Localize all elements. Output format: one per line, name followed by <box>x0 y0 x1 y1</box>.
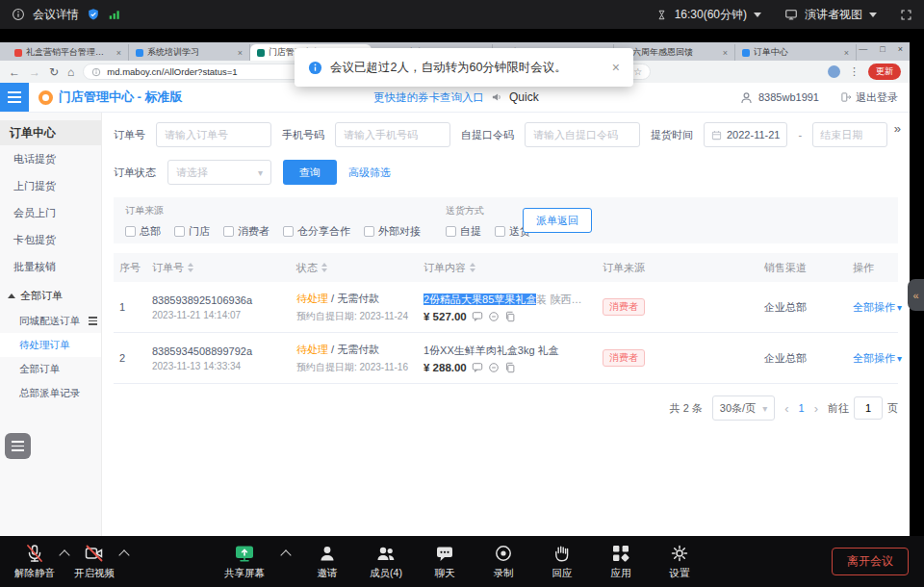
site-info-icon[interactable] <box>91 67 101 77</box>
sidebar-group-all-orders[interactable]: 全部订单 <box>0 282 101 309</box>
window-minimize-icon[interactable]: — <box>859 44 867 54</box>
checkbox[interactable] <box>125 226 136 237</box>
search-button[interactable]: 查询 <box>283 160 337 185</box>
status-select[interactable]: 请选择 ▾ <box>167 160 271 185</box>
checkbox[interactable] <box>174 226 185 237</box>
browser-tab[interactable]: 系统培训学习 × <box>129 44 250 61</box>
sidebar-subitem-city-delivery[interactable]: 同城配送订单 <box>0 309 101 333</box>
checkbox[interactable] <box>283 226 294 237</box>
checkbox[interactable] <box>446 226 456 237</box>
window-maximize-icon[interactable]: □ <box>880 44 885 54</box>
fullscreen-icon[interactable] <box>900 9 912 21</box>
delivery-option-selfpickup[interactable]: 自提 <box>446 224 481 239</box>
sidebar-item-door-pickup[interactable]: 上门提货 <box>0 172 101 199</box>
floating-menu-button[interactable] <box>5 433 31 459</box>
sidebar-item-phone-pickup[interactable]: 电话提货 <box>0 145 101 172</box>
reactions-button[interactable]: 回应 <box>541 543 583 580</box>
timer-caret-icon[interactable] <box>754 13 761 17</box>
back-icon[interactable]: ← <box>9 65 20 79</box>
chat-button[interactable]: 聊天 <box>424 543 466 580</box>
goto-page-input[interactable] <box>854 396 883 420</box>
sort-icon[interactable] <box>321 263 327 272</box>
collapse-panel-icon[interactable]: » <box>894 121 901 136</box>
order-no-input[interactable] <box>156 122 271 147</box>
browser-tab[interactable]: 礼盒营销平台管理中心 × <box>8 44 129 61</box>
mute-options-caret[interactable] <box>59 549 69 560</box>
dispatch-return-button[interactable]: 派单返回 <box>523 208 592 233</box>
browser-tab[interactable]: 订单中心 × <box>735 44 857 61</box>
all-actions-dropdown[interactable]: 全部操作▾ <box>853 352 902 364</box>
coupon-icon[interactable] <box>488 362 500 373</box>
phone-input[interactable] <box>335 122 450 147</box>
pickup-code-input[interactable] <box>525 122 640 147</box>
sort-icon[interactable] <box>188 263 193 272</box>
sidebar-item-card-pickup[interactable]: 卡包提货 <box>0 226 101 253</box>
security-shield-icon[interactable] <box>87 8 100 21</box>
network-signal-icon[interactable] <box>108 8 121 21</box>
mute-button[interactable]: 解除静音 <box>13 543 56 580</box>
source-option-hq[interactable]: 总部 <box>125 224 161 239</box>
copy-icon[interactable] <box>504 362 516 373</box>
window-close-icon[interactable]: × <box>898 44 903 54</box>
invite-button[interactable]: 邀请 <box>306 543 348 580</box>
coupon-icon[interactable] <box>488 311 500 322</box>
date-end-input[interactable]: 结束日期 <box>812 122 887 147</box>
record-button[interactable]: 录制 <box>482 543 525 580</box>
settings-button[interactable]: 设置 <box>658 543 701 580</box>
checkbox[interactable] <box>495 226 505 237</box>
all-actions-dropdown[interactable]: 全部操作▾ <box>853 301 902 313</box>
forward-icon[interactable]: → <box>29 65 40 79</box>
col-header-status[interactable]: 状态 <box>291 261 418 275</box>
members-button[interactable]: 成员(4) <box>365 543 407 580</box>
browser-menu-icon[interactable]: ⋮ <box>849 65 860 78</box>
view-mode-caret-icon[interactable] <box>869 13 877 17</box>
view-mode-label[interactable]: 演讲者视图 <box>805 7 862 23</box>
bookmark-star-icon[interactable]: ☆ <box>633 66 642 77</box>
source-option-consumer[interactable]: 消费者 <box>223 224 270 239</box>
promo-link[interactable]: 更快捷的券卡查询入口 <box>373 90 484 105</box>
home-icon[interactable]: ⌂ <box>67 65 74 79</box>
table-row[interactable]: 1 8385938925106936a 2023-11-21 14:14:07 … <box>114 282 898 333</box>
remark-icon[interactable] <box>472 311 483 322</box>
remark-icon[interactable] <box>472 362 483 373</box>
sidebar-subitem-hq-dispatch-records[interactable]: 总部派单记录 <box>0 381 101 405</box>
date-start-input[interactable]: 2022-11-21 <box>704 122 787 147</box>
sidebar-subitem-all-orders[interactable]: 全部订单 <box>0 357 101 381</box>
tab-close-icon[interactable]: × <box>116 48 121 58</box>
tab-close-icon[interactable]: × <box>238 48 243 58</box>
prev-page-button[interactable]: ‹ <box>784 401 788 416</box>
share-screen-button[interactable]: 共享屏幕 <box>223 543 266 580</box>
page-size-select[interactable]: 30条/页 ▾ <box>712 396 775 421</box>
leave-meeting-button[interactable]: 离开会议 <box>832 548 909 575</box>
share-options-caret[interactable] <box>280 549 291 560</box>
video-options-caret[interactable] <box>118 549 129 560</box>
table-row[interactable]: 2 8385934508899792a 2023-11-13 14:33:34 … <box>114 333 898 384</box>
checkbox[interactable] <box>364 226 374 237</box>
col-header-content[interactable]: 订单内容 <box>418 261 597 275</box>
video-button[interactable]: 开启视频 <box>73 543 116 580</box>
source-option-store[interactable]: 门店 <box>174 224 210 239</box>
sidebar-item-member-visit[interactable]: 会员上门 <box>0 199 101 226</box>
meeting-timer[interactable]: 16:30(60分钟) <box>675 7 747 23</box>
panel-expand-tab[interactable]: « <box>908 279 924 311</box>
username[interactable]: 8385wb1991 <box>758 91 819 103</box>
source-option-warehouse-share[interactable]: 仓分享合作 <box>283 224 350 239</box>
checkbox[interactable] <box>223 226 234 237</box>
meeting-detail-label[interactable]: 会议详情 <box>33 7 79 23</box>
sidebar-item-batch-verify[interactable]: 批量核销 <box>0 253 101 280</box>
refresh-icon[interactable]: ↻ <box>49 65 59 79</box>
sort-icon[interactable] <box>470 263 475 272</box>
quick-label[interactable]: Quick <box>509 90 539 104</box>
app-menu-button[interactable] <box>0 83 29 112</box>
tab-close-icon[interactable]: × <box>723 48 728 58</box>
page-1-button[interactable]: 1 <box>799 402 805 414</box>
toast-close-icon[interactable]: × <box>612 60 620 75</box>
sidebar-subitem-pending-orders[interactable]: 待处理订单 <box>0 333 101 357</box>
next-page-button[interactable]: › <box>814 401 818 416</box>
profile-avatar[interactable] <box>828 65 840 78</box>
list-handle-icon[interactable] <box>89 317 97 325</box>
source-option-external[interactable]: 外部对接 <box>364 224 421 239</box>
logout-button[interactable]: 退出登录 <box>840 90 898 105</box>
advanced-filter-link[interactable]: 高级筛选 <box>348 166 391 180</box>
update-button[interactable]: 更新 <box>868 64 901 80</box>
